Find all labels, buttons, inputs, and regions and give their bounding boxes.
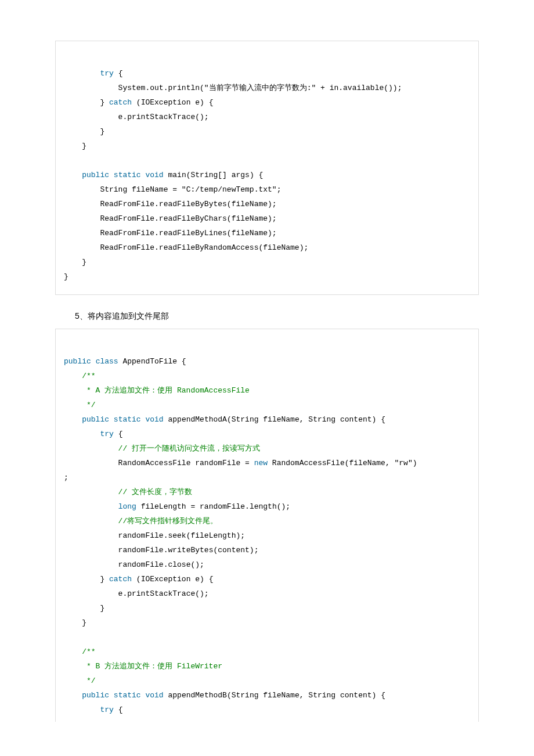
code-line <box>64 633 68 642</box>
code-line: /** <box>64 372 96 380</box>
code-line: * B 方法追加文件：使用 FileWriter <box>64 662 222 671</box>
code-line: //将写文件指针移到文件尾。 <box>64 517 218 525</box>
code-line: * A 方法追加文件：使用 RandomAccessFile <box>64 386 250 395</box>
code-line: public static void appendMethodB(String … <box>64 691 385 700</box>
code-line: public static void appendMethodA(String … <box>64 415 385 424</box>
code-line: e.printStackTrace(); <box>64 113 209 121</box>
code-line: try { <box>64 430 122 438</box>
code-line: } <box>64 604 104 613</box>
code-line <box>64 156 68 165</box>
code-line: /** <box>64 647 96 656</box>
code-block-1: try { System.out.println("当前字节输入流中的字节数为:… <box>55 41 479 295</box>
code-line: */ <box>64 676 96 685</box>
code-line: try { <box>64 69 122 78</box>
code-line: public static void main(String[] args) { <box>64 171 263 179</box>
code-line: ReadFromFile.readFileByRandomAccess(file… <box>64 243 308 252</box>
code-line: ReadFromFile.readFileByChars(fileName); <box>64 214 277 223</box>
document-page: try { System.out.println("当前字节输入流中的字节数为:… <box>0 0 534 745</box>
code-line: randomFile.seek(fileLength); <box>64 531 245 540</box>
code-line: // 文件长度，字节数 <box>64 488 192 496</box>
code-line: } <box>64 127 104 136</box>
code-line: ; <box>64 473 68 482</box>
code-line: } catch (IOException e) { <box>64 575 213 584</box>
code-line: RandomAccessFile randomFile = new Random… <box>64 459 417 467</box>
code-line: System.out.println("当前字节输入流中的字节数为:" + in… <box>64 84 402 92</box>
code-line: } catch (IOException e) { <box>64 98 213 107</box>
code-line: */ <box>64 401 96 409</box>
code-line: randomFile.writeBytes(content); <box>64 546 258 555</box>
code-line: ReadFromFile.readFileByLines(fileName); <box>64 229 277 237</box>
code-line: } <box>64 142 86 150</box>
code-line: long fileLength = randomFile.length(); <box>64 502 290 511</box>
code-line: // 打开一个随机访问文件流，按读写方式 <box>64 444 260 453</box>
code-line: } <box>64 258 86 267</box>
code-line: String fileName = "C:/temp/newTemp.txt"; <box>64 185 281 194</box>
section-title: 5、将内容追加到文件尾部 <box>75 311 479 322</box>
code-block-2: public class AppendToFile { /** * A 方法追加… <box>55 329 479 722</box>
code-line: e.printStackTrace(); <box>64 589 209 598</box>
code-line: } <box>64 618 86 627</box>
code-line: } <box>64 272 68 281</box>
code-line: public class AppendToFile { <box>64 357 186 366</box>
code-line: try { <box>64 705 122 714</box>
code-line: ReadFromFile.readFileByBytes(fileName); <box>64 200 277 208</box>
code-line: randomFile.close(); <box>64 560 204 569</box>
